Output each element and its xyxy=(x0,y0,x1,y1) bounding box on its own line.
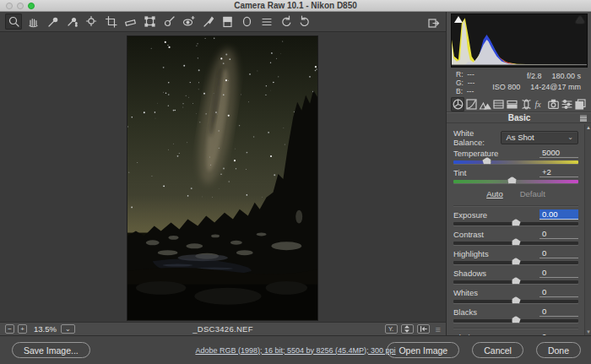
tab-snapshots[interactable] xyxy=(574,97,588,111)
shadows-slider-track[interactable] xyxy=(453,280,578,284)
spot-removal-tool[interactable] xyxy=(160,14,177,30)
blacks-value-field[interactable]: 0 xyxy=(539,307,578,317)
window-title: Camera Raw 10.1 - Nikon D850 xyxy=(234,1,357,10)
rotate-right-button[interactable] xyxy=(296,14,313,30)
highlights-value-field[interactable]: 0 xyxy=(539,248,578,258)
temperature-value-field[interactable]: 5000 xyxy=(539,148,578,158)
contrast-value-field[interactable]: 0 xyxy=(539,229,578,239)
basic-panel-content: White Balance: As Shot ⌄ Temperature5000… xyxy=(447,124,585,335)
temperature-slider-thumb[interactable] xyxy=(482,157,491,165)
exposure-slider-thumb[interactable] xyxy=(512,219,521,226)
rotate-left-button[interactable] xyxy=(277,14,294,30)
zoom-window-icon[interactable] xyxy=(28,3,35,9)
divider xyxy=(453,328,578,329)
color-sampler-tool[interactable] xyxy=(63,14,80,30)
straighten-tool-icon xyxy=(124,15,137,28)
tab-tone-curve[interactable] xyxy=(464,97,478,111)
tab-basic[interactable] xyxy=(451,97,464,111)
targeted-adjustment-tool[interactable] xyxy=(83,14,100,30)
highlights-slider-thumb[interactable] xyxy=(512,258,521,265)
tab-effects-icon: fx xyxy=(534,98,546,111)
open-image-button[interactable]: Open Image xyxy=(387,342,459,358)
adjustment-brush-tool-icon xyxy=(202,15,214,28)
highlight-clipping-icon[interactable] xyxy=(576,16,584,23)
zoom-tool[interactable] xyxy=(5,14,22,30)
swap-before-after-button[interactable] xyxy=(401,324,414,334)
panel-scrollbar[interactable]: ▲ ▼ xyxy=(584,124,591,335)
rotate-left-button-icon xyxy=(279,15,292,28)
preferences-button-icon xyxy=(260,15,273,28)
toggle-fullscreen-button[interactable] xyxy=(425,15,442,31)
crop-tool-icon xyxy=(105,15,117,28)
tab-presets[interactable] xyxy=(561,97,574,111)
adjustment-brush-tool[interactable] xyxy=(199,14,216,30)
histogram xyxy=(451,14,588,68)
scroll-down-icon[interactable]: ▼ xyxy=(586,329,591,334)
zoom-tool-icon xyxy=(8,15,20,28)
exposure-value-field[interactable]: 0.00 xyxy=(539,209,578,220)
temperature-slider-track[interactable] xyxy=(453,160,578,164)
zoom-in-button[interactable]: + xyxy=(18,324,27,334)
tab-lens-corrections[interactable] xyxy=(519,97,533,111)
radial-filter-tool-icon xyxy=(241,15,253,28)
cancel-button[interactable]: Cancel xyxy=(472,342,523,358)
minimize-window-icon xyxy=(17,3,24,9)
exposure-slider-track[interactable] xyxy=(453,222,578,225)
blacks-slider-thumb[interactable] xyxy=(512,316,521,323)
white-balance-value: As Shot xyxy=(506,133,534,142)
tint-slider-track[interactable] xyxy=(453,180,578,183)
hand-tool-icon xyxy=(27,15,40,28)
tint-value-field[interactable]: +2 xyxy=(539,167,578,177)
white-balance-tool[interactable] xyxy=(44,14,61,30)
whites-slider-thumb[interactable] xyxy=(512,296,521,304)
highlights-slider-track[interactable] xyxy=(453,261,578,264)
radial-filter-tool[interactable] xyxy=(238,14,255,30)
copy-settings-button[interactable] xyxy=(417,324,430,334)
panel-menu-icon[interactable] xyxy=(580,115,587,122)
save-image-button[interactable]: Save Image... xyxy=(12,342,90,358)
color-sampler-tool-icon xyxy=(66,15,79,28)
r-value: --- xyxy=(467,70,474,79)
photo-night-sky[interactable] xyxy=(127,35,318,321)
shadows-slider-thumb[interactable] xyxy=(512,277,521,285)
tab-hsl-grayscale[interactable] xyxy=(492,97,506,111)
tab-camera-calibration[interactable] xyxy=(547,97,561,111)
transform-tool[interactable] xyxy=(141,14,158,30)
shadows-value-field[interactable]: 0 xyxy=(539,268,578,278)
preview-canvas[interactable] xyxy=(0,32,446,322)
histogram-plot xyxy=(452,14,587,67)
red-eye-removal-tool[interactable] xyxy=(180,14,197,30)
whites-slider-track[interactable] xyxy=(453,300,578,303)
blacks-slider-track[interactable] xyxy=(453,319,578,323)
tint-slider-thumb[interactable] xyxy=(507,177,517,184)
contrast-slider-thumb[interactable] xyxy=(512,238,521,246)
auto-link[interactable]: Auto xyxy=(486,189,503,200)
white-balance-select[interactable]: As Shot ⌄ xyxy=(501,131,578,144)
whites-value-field[interactable]: 0 xyxy=(539,287,578,297)
tab-detail[interactable] xyxy=(478,97,491,111)
whites-label: Whites xyxy=(453,288,478,297)
aperture-value: f/2.8 xyxy=(527,71,542,82)
tab-basic-icon xyxy=(452,98,464,111)
before-after-toggle-button[interactable]: Y. xyxy=(385,324,398,334)
contrast-slider-track[interactable] xyxy=(453,242,578,245)
preview-options-icon[interactable]: ≡ xyxy=(436,324,441,334)
preview-status-bar: − + 13.5% ⌄ _DSC3426.NEF Y. ≡ xyxy=(0,322,446,335)
done-button[interactable]: Done xyxy=(536,342,581,358)
shadow-clipping-icon[interactable] xyxy=(454,16,463,23)
tab-split-toning[interactable] xyxy=(506,97,519,111)
preferences-button[interactable] xyxy=(258,14,274,30)
zoom-level-dropdown[interactable]: ⌄ xyxy=(61,324,75,334)
graduated-filter-tool[interactable] xyxy=(219,14,236,30)
hand-tool[interactable] xyxy=(24,14,41,30)
workflow-options-link[interactable]: Adobe RGB (1998); 16 bit; 5504 by 8256 (… xyxy=(195,346,395,355)
toolbar xyxy=(0,12,446,32)
zoom-out-button[interactable]: − xyxy=(5,324,14,334)
temperature-label: Temperature xyxy=(453,149,498,158)
tint-slider-row: Tint+2 xyxy=(453,166,578,183)
crop-tool[interactable] xyxy=(102,14,119,30)
scroll-up-icon[interactable]: ▲ xyxy=(586,125,591,130)
tab-effects[interactable]: fx xyxy=(533,97,546,111)
straighten-tool[interactable] xyxy=(122,14,138,30)
default-link[interactable]: Default xyxy=(520,189,545,200)
